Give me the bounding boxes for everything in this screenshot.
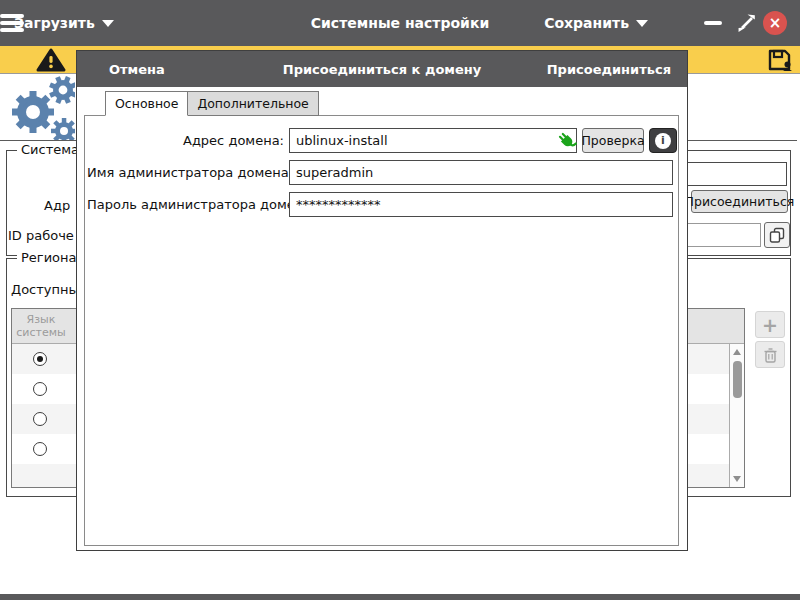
language-column-header: Язык системы xyxy=(12,313,70,339)
resize-expand-icon[interactable] xyxy=(735,11,759,35)
admin-name-input[interactable] xyxy=(289,160,673,185)
info-circle-icon: i xyxy=(655,133,671,149)
copy-pages-icon xyxy=(769,227,785,243)
radio-unselected[interactable] xyxy=(33,412,47,426)
scroll-down-icon[interactable] xyxy=(733,476,741,482)
connection-ok-plug-icon xyxy=(555,130,577,151)
info-button[interactable]: i xyxy=(649,128,677,153)
tab-main[interactable]: Основное xyxy=(105,91,188,116)
copy-button[interactable] xyxy=(764,222,790,248)
dialog-header: Отмена Присоединиться к домену Присоедин… xyxy=(77,51,687,87)
chevron-down-icon xyxy=(102,20,114,27)
admin-password-label: Пароль администратора домена: xyxy=(87,192,284,217)
admin-name-label: Имя администратора домена: xyxy=(87,160,284,185)
system-settings-window: Загрузить Системные настройки Сохранить … xyxy=(0,0,800,600)
radio-selected[interactable] xyxy=(33,352,47,366)
join-domain-button-background[interactable]: Присоединиться xyxy=(691,190,788,213)
admin-password-input[interactable] xyxy=(289,192,673,217)
hamburger-menu-icon[interactable] xyxy=(0,14,24,32)
join-domain-dialog: Отмена Присоединиться к домену Присоедин… xyxy=(76,50,688,551)
delete-language-button[interactable] xyxy=(755,341,785,368)
address-label-truncated: Адр xyxy=(44,198,70,213)
radio-unselected[interactable] xyxy=(33,382,47,396)
scrollbar-thumb[interactable] xyxy=(733,361,742,398)
save-menu-label: Сохранить xyxy=(544,15,629,31)
vertical-scrollbar[interactable] xyxy=(729,344,744,487)
domain-address-label: Адрес домена: xyxy=(87,128,284,153)
system-groupbox-label: Система xyxy=(17,142,83,157)
cancel-button[interactable]: Отмена xyxy=(109,51,165,87)
available-languages-label-truncated: Доступны xyxy=(11,282,79,297)
trash-icon xyxy=(763,347,778,363)
save-file-icon[interactable] xyxy=(766,48,794,72)
close-window-icon[interactable]: × xyxy=(763,11,787,35)
save-menu-button[interactable]: Сохранить xyxy=(544,0,648,46)
domain-address-input[interactable] xyxy=(289,128,577,153)
dialog-tabs: Основное Дополнительное xyxy=(105,91,319,116)
scroll-up-icon[interactable] xyxy=(733,349,741,355)
join-button[interactable]: Присоединиться xyxy=(547,51,671,87)
minimize-icon[interactable] xyxy=(704,21,722,25)
title-bar: Загрузить Системные настройки Сохранить … xyxy=(0,0,800,46)
load-menu-label: Загрузить xyxy=(14,15,95,31)
load-menu-button[interactable]: Загрузить xyxy=(14,0,114,46)
check-button[interactable]: Проверка xyxy=(582,128,644,153)
settings-gears-icon xyxy=(6,74,75,140)
radio-unselected[interactable] xyxy=(33,442,47,456)
add-language-button[interactable]: + xyxy=(755,311,785,338)
tab-additional[interactable]: Дополнительное xyxy=(188,91,318,116)
warning-triangle-icon xyxy=(36,48,66,72)
window-title: Системные настройки xyxy=(0,0,800,46)
chevron-down-icon xyxy=(636,20,648,27)
workgroup-id-label-truncated: ID рабоче xyxy=(8,228,74,243)
bottom-status-bar xyxy=(0,594,800,600)
